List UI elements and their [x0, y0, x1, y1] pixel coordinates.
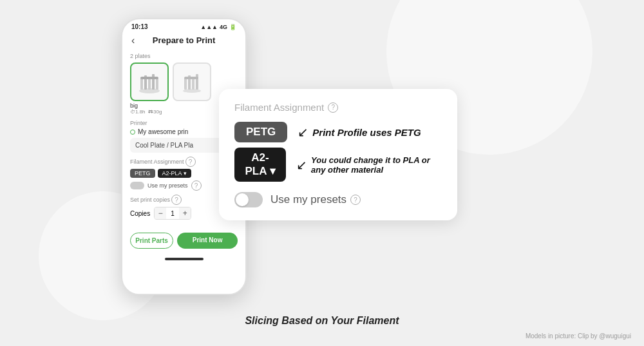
- tooltip-presets-label: Use my presets ?: [270, 193, 361, 206]
- tag-a2pla[interactable]: A2-PLA ▾: [158, 169, 191, 178]
- tooltip-petg-row: PETG ↙ Print Profile uses PETG: [234, 122, 442, 142]
- toggle-knob: [236, 193, 249, 206]
- back-button[interactable]: ‹: [131, 35, 135, 46]
- plate-thumb-active[interactable]: [130, 62, 169, 101]
- tooltip-petg-annotation: ↙ Print Profile uses PETG: [298, 124, 421, 140]
- tooltip-title: Filament Assignment ?: [234, 102, 442, 113]
- svg-rect-11: [196, 74, 198, 90]
- stepper-value: 1: [166, 207, 179, 219]
- printer-name: My awesome prin: [138, 128, 188, 135]
- tooltip-card: Filament Assignment ? PETG ↙ Print Profi…: [219, 89, 457, 220]
- arrow-curved-petg: ↙: [298, 124, 308, 140]
- tag-petg[interactable]: PETG: [130, 169, 155, 178]
- plate-thumbnail-svg-2: [176, 66, 207, 97]
- tooltip-a2pla-tag[interactable]: A2-PLA ▾: [234, 148, 286, 182]
- plate-name: big: [130, 102, 169, 109]
- status-icons: ▲▲▲ 4G 🔋: [200, 24, 236, 30]
- presets-help-icon[interactable]: ?: [191, 180, 202, 191]
- plate-thumb-inactive[interactable]: [173, 62, 211, 101]
- copies-help-icon[interactable]: ?: [171, 195, 182, 205]
- tooltip-presets-help-icon[interactable]: ?: [350, 195, 361, 205]
- signal-icon: ▲▲▲: [200, 24, 218, 30]
- status-bar: 10:13 ▲▲▲ 4G 🔋: [122, 19, 245, 33]
- home-indicator: [165, 258, 204, 260]
- use-presets-label: Use my presets: [147, 182, 188, 189]
- status-time: 10:13: [131, 23, 148, 30]
- filament-plate-name: Cool Plate / PLA Pla: [135, 142, 193, 149]
- svg-rect-8: [184, 78, 187, 90]
- copies-stepper[interactable]: − 1 +: [154, 207, 191, 220]
- svg-rect-12: [184, 77, 198, 79]
- plate-thumbnail-svg: [134, 66, 165, 97]
- stepper-minus[interactable]: −: [155, 207, 166, 219]
- printer-status-dot: [130, 130, 135, 135]
- tooltip-presets-row: Use my presets ?: [234, 192, 442, 207]
- tooltip-petg-label: Print Profile uses PETG: [312, 127, 421, 138]
- bottom-caption: Slicing Based on Your Filament: [0, 315, 644, 327]
- print-parts-button[interactable]: Print Parts: [130, 233, 173, 249]
- network-icon: 4G: [220, 24, 227, 30]
- tooltip-a2pla-row: A2-PLA ▾ ↙ You could change it to PLA or…: [234, 148, 442, 182]
- filament-help-icon[interactable]: ?: [185, 157, 196, 167]
- bottom-credit: Models in picture: Clip by @wuguigui: [526, 332, 631, 340]
- svg-rect-6: [140, 77, 158, 79]
- plate-item-active[interactable]: big ⏱1.8h ⚖30g: [130, 62, 169, 115]
- tooltip-a2pla-label: You could change it to PLA or any other …: [311, 155, 442, 175]
- bottom-buttons: Print Parts Print Now: [122, 229, 245, 255]
- top-nav: ‹ Prepare to Print: [122, 33, 245, 49]
- stepper-plus[interactable]: +: [179, 207, 191, 219]
- plate-item-inactive[interactable]: [173, 62, 211, 115]
- tooltip-presets-toggle[interactable]: [234, 192, 263, 207]
- tooltip-petg-tag: PETG: [234, 122, 287, 142]
- plate-meta: ⏱1.8h ⚖30g: [130, 109, 169, 115]
- tooltip-help-icon[interactable]: ?: [328, 102, 338, 113]
- arrow-curved-a2pla: ↙: [296, 157, 307, 173]
- svg-rect-1: [140, 78, 143, 90]
- nav-title: Prepare to Print: [153, 35, 216, 45]
- print-now-button[interactable]: Print Now: [177, 233, 238, 249]
- battery-icon: 🔋: [229, 24, 236, 30]
- plates-label: 2 plates: [130, 53, 238, 59]
- tooltip-a2pla-annotation: ↙ You could change it to PLA or any othe…: [296, 155, 442, 175]
- svg-rect-5: [156, 78, 158, 90]
- copies-label: Copies: [130, 210, 150, 217]
- svg-rect-4: [152, 74, 155, 90]
- use-presets-toggle[interactable]: [130, 182, 144, 189]
